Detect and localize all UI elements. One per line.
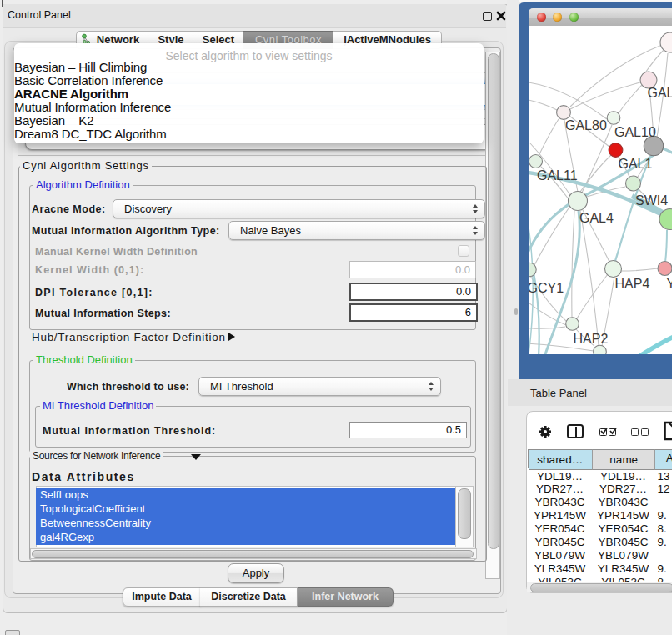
svg-text:HAP4: HAP4	[615, 277, 650, 291]
svg-text:GAL10: GAL10	[614, 125, 656, 139]
svg-text:Y: Y	[667, 277, 672, 291]
svg-text:GAL80: GAL80	[565, 118, 607, 132]
svg-text:GAL11: GAL11	[537, 168, 578, 182]
svg-text:GAL7: GAL7	[648, 86, 672, 100]
svg-text:SWI4: SWI4	[635, 193, 668, 208]
svg-text:GCY1: GCY1	[529, 281, 564, 295]
svg-text:GAL4: GAL4	[579, 211, 614, 225]
svg-text:GAL1: GAL1	[619, 157, 653, 171]
svg-text:HAP2: HAP2	[574, 332, 609, 346]
